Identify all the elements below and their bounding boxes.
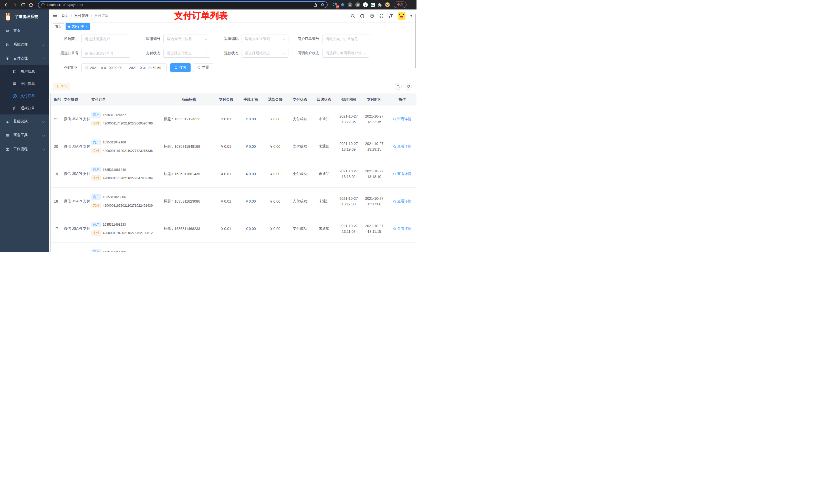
header-create-time: 创建时间 [336, 97, 361, 102]
y-extension-icon[interactable]: y [363, 2, 368, 7]
view-detail-link[interactable]: 查看详情 [393, 117, 412, 121]
cell-pay-order: 商户 1635311949168 支付 42000011812021102777… [91, 140, 164, 153]
cell-create-time: 2021-10-2713:18:02 [336, 169, 361, 179]
sidebar-item-devtools[interactable]: 研发工具 [0, 128, 49, 142]
app-filter-select[interactable]: 请选择应用信息 [163, 34, 210, 43]
tag-close-icon[interactable]: × [86, 25, 87, 28]
merchant-filter-input[interactable] [81, 34, 130, 43]
avatar-caret-icon[interactable] [410, 15, 412, 17]
sidebar-item-refund-order[interactable]: 退款订单 [0, 102, 49, 115]
cell-title: 标题：1635311468233 [164, 226, 214, 231]
dashboard-gauge-icon [5, 29, 10, 33]
devtools-extension-icon[interactable]: 10 [333, 3, 337, 7]
address-bar[interactable]: localhost:1024/pay/order [38, 1, 328, 8]
cell-id: 21 [51, 117, 64, 121]
table-body: 21 微信 JSAPI 支付 商户 1635312124657 支付 42000… [51, 105, 416, 252]
cell-action: 查看详情 [387, 144, 416, 149]
sidebar-item-workflow[interactable]: 工作流程 [0, 142, 49, 156]
breadcrumb-payment[interactable]: 支付管理 [74, 14, 89, 18]
browser-back-button[interactable] [3, 2, 10, 8]
channel-code-filter-label: 渠道编码 [210, 37, 241, 41]
help-icon[interactable] [370, 14, 374, 18]
font-size-icon[interactable]: TT [388, 14, 393, 18]
merchant-order-filter-input[interactable] [322, 34, 371, 43]
channel-code-filter-select[interactable]: 请输入渠道编码 [241, 34, 288, 43]
window-scrollbar[interactable] [415, 14, 416, 68]
recorder-extension-icon[interactable] [355, 2, 360, 7]
header-pay-time: 支付时间 [361, 97, 387, 102]
site-info-icon[interactable] [41, 3, 45, 7]
cell-refund-amount: ¥ 0.00 [263, 144, 288, 148]
browser-forward-button[interactable] [11, 2, 18, 8]
cell-notify-status: 未通知 [312, 144, 336, 149]
refund-status-filter-select[interactable]: 请选择退款状态 [241, 49, 288, 57]
cell-pay-amount: ¥ 0.01 [214, 144, 238, 148]
pay-status-filter-select[interactable]: 请选择支付状态 [163, 49, 210, 57]
gear-icon [5, 43, 10, 47]
create-time-range-picker[interactable]: 2021-10-01 00:00:00 - 2021-10-31 23:59:5… [81, 63, 166, 72]
sidebar-item-label: 商户信息 [21, 69, 35, 74]
briefcase-icon [5, 147, 10, 151]
refresh-table-button[interactable] [405, 83, 412, 90]
github-icon[interactable] [360, 14, 365, 19]
sidebar-item-label: 支付管理 [13, 56, 28, 61]
sidebar-item-home[interactable]: 首页 [0, 24, 49, 38]
header-search-icon[interactable] [351, 14, 355, 18]
pay-tag: 支付 [91, 148, 101, 153]
browser-reload-button[interactable] [20, 2, 26, 8]
browser-menu-icon[interactable]: ⋮ [408, 3, 412, 7]
view-detail-link[interactable]: 查看详情 [393, 144, 412, 149]
kite-extension-icon[interactable] [340, 3, 345, 7]
sidebar-item-app-info[interactable]: 应用信息 [0, 78, 49, 90]
command-extension-icon[interactable]: ⌘ [348, 2, 353, 7]
sidebar-item-pay-order[interactable]: 支付订单 [0, 90, 49, 102]
sidebar-collapse-button[interactable] [53, 13, 57, 19]
view-detail-link[interactable]: 查看详情 [393, 199, 412, 203]
tag-home[interactable]: 首页 [53, 23, 64, 30]
date-end-value: 2021-10-31 23:59:59 [129, 66, 161, 70]
header-notify-status: 回调状态 [312, 97, 336, 102]
cell-notify-status: 未通知 [312, 172, 336, 176]
search-button[interactable]: 搜索 [170, 63, 191, 72]
merchant-tag: 商户 [91, 167, 101, 172]
browser-home-button[interactable] [28, 2, 34, 8]
table-row: 21 微信 JSAPI 支付 商户 1635312124657 支付 42000… [51, 105, 416, 133]
search-icon [393, 118, 396, 121]
channel-order-filter-input[interactable] [81, 49, 130, 57]
sidebar-item-payment[interactable]: ¥ 支付管理 [0, 51, 49, 65]
document-copy-icon [12, 106, 17, 111]
profile-avatar-icon[interactable] [385, 2, 390, 7]
orders-table: 编号 支付渠道 支付订单 商品标题 支付金额 手续金额 退款金额 支付状态 回调… [50, 94, 416, 252]
pay-status-filter-label: 支付状态 [130, 51, 163, 55]
cell-pay-time: 2021-10-2713:17:08 [361, 196, 387, 206]
view-detail-link[interactable]: 查看详情 [393, 226, 412, 231]
table-row: 16 微信 JSAPI 支付 商户 1635311354796 支付 标题： [51, 242, 416, 252]
chat-extension-icon[interactable] [371, 3, 375, 7]
export-button[interactable]: 导出 [53, 83, 70, 90]
merchant-order-no: 1635311949168 [103, 140, 126, 144]
sidebar-item-system[interactable]: 系统管理 [0, 38, 49, 51]
bookmark-star-icon[interactable] [320, 3, 325, 7]
fullscreen-icon[interactable] [379, 14, 384, 18]
user-avatar[interactable] [398, 12, 405, 20]
cell-fee-amount: ¥ 0.00 [238, 144, 263, 148]
toggle-search-button[interactable] [395, 83, 402, 90]
share-icon[interactable] [313, 3, 317, 7]
cell-action: 查看详情 [387, 117, 416, 121]
cell-refund-amount: ¥ 0.00 [263, 117, 288, 121]
sidebar-item-infrastructure[interactable]: 基础设施 [0, 115, 49, 128]
breadcrumb-home[interactable]: 首页 [62, 14, 69, 18]
view-detail-link[interactable]: 查看详情 [393, 172, 412, 176]
sidebar-item-label: 基础设施 [13, 119, 28, 124]
table-header-row: 编号 支付渠道 支付订单 商品标题 支付金额 手续金额 退款金额 支付状态 回调… [51, 94, 416, 105]
browser-update-button[interactable]: 更新 [394, 2, 406, 8]
extensions-puzzle-icon[interactable] [378, 3, 382, 7]
tag-pay-order[interactable]: 支付订单 × [66, 23, 90, 30]
reset-button[interactable]: 重置 [193, 63, 213, 72]
search-icon [393, 172, 396, 176]
callback-status-filter-select[interactable]: 请选择订单回调商户状态 [322, 49, 369, 57]
app-logo[interactable]: 芋道管理系统 [0, 9, 49, 24]
sidebar-item-merchant-info[interactable]: 商户信息 [0, 65, 49, 78]
channel-order-filter-label: 渠道订单号 [53, 51, 81, 55]
merchant-order-no: 1635312124657 [103, 113, 126, 117]
